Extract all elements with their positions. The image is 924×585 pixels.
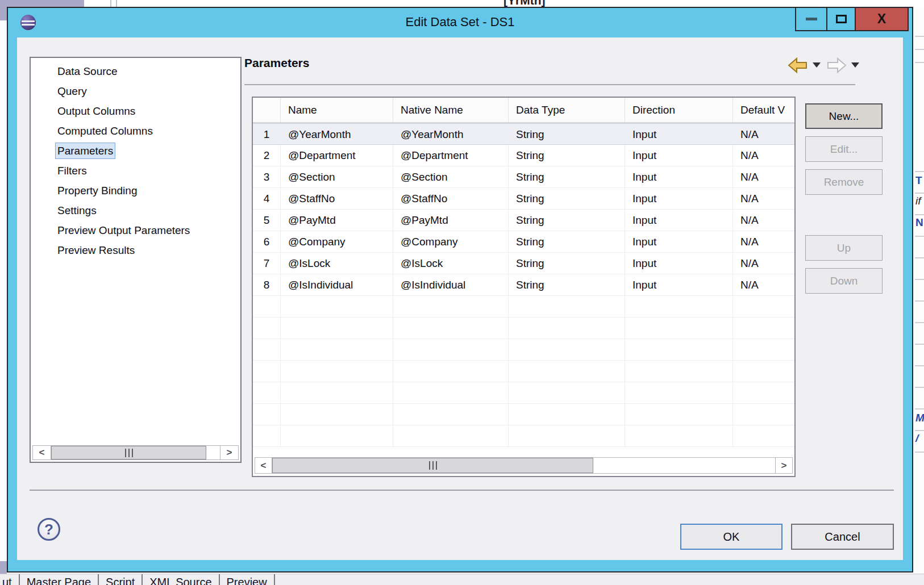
column-header-data-type[interactable]: Data Type (509, 98, 625, 122)
down-button[interactable]: Down (805, 268, 883, 294)
table-cell: N/A (733, 274, 794, 295)
edit-button[interactable]: Edit... (805, 136, 883, 162)
table-row[interactable]: 2@Department@DepartmentStringInputN/A (253, 145, 794, 166)
table-cell (393, 425, 509, 446)
dialog-titlebar[interactable]: Edit Data Set - DS1 X (8, 8, 912, 37)
tab-script[interactable]: Script (99, 574, 143, 585)
nav-label: Settings (55, 202, 99, 219)
close-button[interactable]: X (856, 8, 909, 31)
nav-item-property-binding[interactable]: Property Binding (31, 181, 240, 200)
scroll-right-icon[interactable]: > (775, 458, 792, 473)
table-cell: String (509, 145, 625, 166)
nav-item-filters[interactable]: Filters (31, 161, 240, 181)
new-button[interactable]: New... (805, 103, 883, 129)
forward-arrow-icon[interactable] (826, 57, 847, 74)
background-clipped-text: if (915, 195, 921, 207)
ok-button[interactable]: OK (680, 524, 783, 550)
back-dropdown-icon[interactable] (813, 62, 821, 68)
sidebar-horizontal-scrollbar[interactable]: < > (32, 445, 239, 460)
table-cell: @IsLock (281, 253, 393, 274)
maximize-icon (836, 15, 847, 23)
column-header-default-value[interactable]: Default V (733, 98, 794, 122)
up-button[interactable]: Up (805, 235, 883, 261)
background-line (915, 214, 924, 215)
maximize-button[interactable] (826, 8, 856, 31)
table-cell (281, 339, 393, 360)
table-cell: N/A (733, 166, 794, 187)
nav-item-data-source[interactable]: Data Source (31, 61, 240, 81)
background-line (915, 322, 924, 323)
table-cell (509, 296, 625, 317)
table-row[interactable]: 1@YearMonth@YearMonthStringInputN/A (253, 123, 794, 145)
help-button[interactable]: ? (38, 518, 60, 541)
scroll-right-icon[interactable]: > (220, 446, 238, 459)
table-cell (393, 382, 509, 403)
nav-item-computed-columns[interactable]: Computed Columns (31, 121, 240, 141)
nav-item-settings[interactable]: Settings (31, 200, 240, 220)
forward-dropdown-icon[interactable] (851, 62, 859, 68)
footer-separator (30, 490, 894, 491)
table-cell: 5 (253, 210, 281, 231)
tab-layout-clipped[interactable]: ut (0, 574, 20, 585)
remove-button[interactable]: Remove (805, 169, 883, 195)
table-cell (253, 382, 281, 403)
table-cell: 8 (253, 274, 281, 295)
table-cell: @Company (393, 231, 509, 252)
minimize-button[interactable] (795, 8, 826, 31)
scroll-left-icon[interactable]: < (33, 446, 51, 459)
scrollbar-thumb[interactable] (272, 458, 593, 473)
nav-label: Output Columns (55, 103, 138, 119)
table-row[interactable]: 4@StaffNo@StaffNoStringInputN/A (253, 188, 794, 210)
table-cell: String (509, 210, 625, 231)
table-row[interactable]: 7@IsLock@IsLockStringInputN/A (253, 253, 794, 274)
table-row[interactable]: 6@Company@CompanyStringInputN/A (253, 231, 794, 253)
minimize-icon (806, 18, 817, 20)
tab-preview[interactable]: Preview (220, 574, 275, 585)
background-line (915, 452, 924, 453)
table-cell: @PayMtd (393, 210, 509, 231)
table-row-empty (253, 317, 794, 339)
scrollbar-thumb[interactable] (51, 446, 206, 459)
table-cell (733, 296, 794, 317)
table-horizontal-scrollbar[interactable]: < > (255, 457, 793, 474)
tab-xml-source[interactable]: XML Source (143, 574, 219, 585)
nav-item-preview-results[interactable]: Preview Results (31, 240, 240, 260)
table-cell: String (509, 231, 625, 252)
table-cell: @IsLock (393, 253, 509, 274)
background-line (915, 430, 924, 431)
column-header-index[interactable] (253, 98, 281, 122)
cancel-button[interactable]: Cancel (791, 524, 894, 550)
table-cell (393, 317, 509, 339)
table-cell (625, 404, 733, 425)
table-cell: 6 (253, 231, 281, 252)
table-row[interactable]: 5@PayMtd@PayMtdStringInputN/A (253, 210, 794, 231)
column-header-direction[interactable]: Direction (625, 98, 733, 122)
nav-item-output-columns[interactable]: Output Columns (31, 101, 240, 121)
nav-label: Query (55, 83, 89, 99)
parameters-table: Name Native Name Data Type Direction Def… (252, 97, 796, 477)
table-cell: N/A (733, 124, 794, 144)
background-line (915, 236, 924, 237)
table-cell (393, 361, 509, 382)
table-row[interactable]: 8@IsIndividual@IsIndividualStringInputN/… (253, 274, 794, 296)
nav-item-parameters[interactable]: Parameters (31, 141, 240, 161)
back-arrow-icon[interactable] (788, 57, 808, 74)
background-line (915, 171, 924, 172)
table-row[interactable]: 3@Section@SectionStringInputN/A (253, 166, 794, 188)
nav-item-query[interactable]: Query (31, 81, 240, 101)
column-header-name[interactable]: Name (281, 98, 393, 122)
table-header-row: Name Native Name Data Type Direction Def… (253, 98, 794, 123)
nav-item-preview-output-parameters[interactable]: Preview Output Parameters (31, 220, 240, 240)
tab-master-page[interactable]: Master Page (20, 574, 99, 585)
help-icon: ? (44, 521, 53, 538)
column-header-native-name[interactable]: Native Name (393, 98, 509, 122)
table-cell (281, 382, 393, 403)
scroll-left-icon[interactable]: < (255, 458, 272, 473)
grip-icon (132, 449, 133, 457)
nav-label: Preview Results (55, 242, 137, 258)
table-cell: String (509, 166, 625, 187)
table-cell: Input (625, 274, 733, 295)
heading-separator (244, 84, 855, 85)
table-cell: 1 (253, 124, 281, 144)
page-title: Parameters (244, 56, 309, 70)
